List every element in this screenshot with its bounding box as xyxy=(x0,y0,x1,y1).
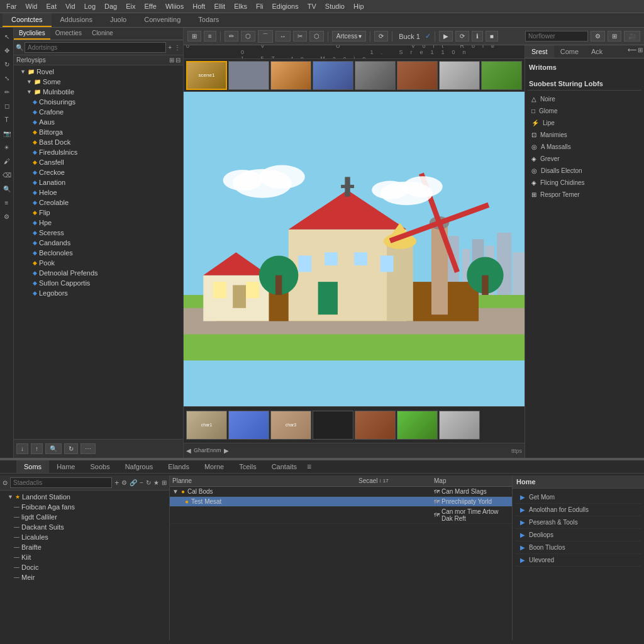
tree-item-choisurings[interactable]: ◆ Choisurings xyxy=(14,97,183,107)
tool-layers[interactable]: ≡ xyxy=(1,196,13,209)
tree-item-crafone[interactable]: ◆ Crafone xyxy=(14,107,183,117)
tree-item-creolable[interactable]: ◆ Creolable xyxy=(14,197,183,208)
toolbar-stop-btn[interactable]: ■ xyxy=(486,31,498,42)
tab-coontctes[interactable]: Coontctes xyxy=(3,13,52,27)
tree-item-firedulslnics[interactable]: ◆ Firedulslnics xyxy=(14,147,183,157)
right-item-amassalls[interactable]: ◎ A Massalls xyxy=(528,141,641,153)
right-item-noire[interactable]: △ Noire xyxy=(528,93,641,105)
bottom-tab-morne[interactable]: Morne xyxy=(197,460,231,473)
footer-btn-extra[interactable]: ⋯ xyxy=(80,443,96,454)
thumb-8[interactable] xyxy=(481,61,522,90)
home-item-peserash[interactable]: ▶ Peserash & Tools xyxy=(515,516,641,529)
tree-item-rovel[interactable]: ▼ 📁 Rovel xyxy=(14,67,183,77)
right-tab-srest[interactable]: Srest xyxy=(525,45,554,58)
bottom-tree-foibcan[interactable]: — Foibcan Aga fans xyxy=(1,502,168,512)
table-row-2[interactable]: ● Test Mesat 🗺 Pnrechiipaty Yorld xyxy=(170,497,512,507)
menu-eat[interactable]: Eat xyxy=(42,1,60,11)
tool-select[interactable]: ↖ xyxy=(1,30,13,43)
toolbar-info-btn[interactable]: ℹ xyxy=(472,31,483,42)
bottom-refresh-icon[interactable]: ↻ xyxy=(146,479,151,486)
bottom-add-icon[interactable]: + xyxy=(114,479,119,487)
toolbar-curve-btn[interactable]: ⌒ xyxy=(258,30,273,43)
menu-far[interactable]: Far xyxy=(3,1,21,11)
bottom-tree-dackant[interactable]: — Dackant Suits xyxy=(1,522,168,532)
tree-expand-icon[interactable]: ⊞ xyxy=(169,57,174,64)
left-tab-omecties[interactable]: Omecties xyxy=(50,28,87,40)
toolbar-connect-btn[interactable]: ⟳ xyxy=(374,31,388,42)
menu-dag[interactable]: Dag xyxy=(101,1,121,11)
search-input[interactable] xyxy=(25,42,166,53)
tree-item-sceress[interactable]: ◆ Sceress xyxy=(14,228,183,238)
tree-item-detnoolal[interactable]: ◆ Detnoolal Prefends xyxy=(14,268,183,278)
thumb-4[interactable] xyxy=(313,61,353,90)
bottom-tree-braifte[interactable]: — Braifte xyxy=(1,542,168,552)
bottom-minus-icon[interactable]: − xyxy=(140,479,143,486)
bottom-thumb-5[interactable] xyxy=(355,411,396,440)
tree-item-bastdock[interactable]: ◆ Bast Dock xyxy=(14,137,183,147)
menu-fli[interactable]: Fli xyxy=(252,1,267,11)
home-item-anolothan[interactable]: ▶ Anolothan for Eodulls xyxy=(515,504,641,516)
menu-studio[interactable]: Studio xyxy=(321,1,348,11)
tree-item-aaus[interactable]: ◆ Aaus xyxy=(14,117,183,127)
bottom-star-icon[interactable]: ★ xyxy=(153,479,159,486)
home-item-getmom[interactable]: ▶ Get Mom xyxy=(515,491,641,504)
footer-btn-down[interactable]: ↓ xyxy=(16,443,28,454)
tool-pen[interactable]: ✏ xyxy=(1,86,13,98)
tool-eraser[interactable]: ⌫ xyxy=(1,169,13,181)
left-tab-bycliolies[interactable]: Bycliolies xyxy=(14,28,50,40)
tree-item-creckoe[interactable]: ◆ Creckoe xyxy=(14,167,183,177)
bottom-tab-tceils[interactable]: Tceils xyxy=(231,460,264,473)
toolbar-right-btn1[interactable]: ⚙ xyxy=(591,31,605,42)
right-item-lipe[interactable]: ⚡ Lipe xyxy=(528,117,641,129)
bottom-tree-meir[interactable]: — Meir xyxy=(1,572,168,582)
bottom-panel-menu-icon[interactable]: ≡ xyxy=(307,462,311,471)
tool-move[interactable]: ✥ xyxy=(1,44,13,57)
right-tab-ack[interactable]: Ack xyxy=(585,45,609,58)
tree-item-pook[interactable]: ◆ Pook xyxy=(14,258,183,268)
tree-item-beclonoles[interactable]: ◆ Beclonoles xyxy=(14,248,183,258)
bottom-thumb-3[interactable]: char3 xyxy=(270,411,311,440)
tree-item-sutlon[interactable]: ◆ Sutlon Capportis xyxy=(14,278,183,288)
right-item-disalls[interactable]: ◎ Disalls Electon xyxy=(528,165,641,177)
tool-camera[interactable]: 📷 xyxy=(1,127,13,140)
toolbar-right-btn2[interactable]: ⊞ xyxy=(608,31,621,42)
tree-item-cansfell[interactable]: ◆ Cansfell xyxy=(14,157,183,167)
bottom-tab-soobs[interactable]: Soobs xyxy=(82,460,117,473)
thumb-6[interactable] xyxy=(397,61,438,90)
bottom-tree-licalules[interactable]: — Licalules xyxy=(1,532,168,542)
toolbar-node-btn[interactable]: ⬡ xyxy=(241,31,255,42)
thumb-3[interactable] xyxy=(270,61,311,90)
toolbar-draw-btn[interactable]: ✏ xyxy=(225,31,238,42)
menu-edigions[interactable]: Edigions xyxy=(269,1,303,11)
home-item-deoliops[interactable]: ▶ Deoliops xyxy=(515,529,641,541)
menu-hip[interactable]: Hip xyxy=(350,1,368,11)
thumb-5[interactable] xyxy=(355,61,396,90)
tree-item-some[interactable]: ▼ 📁 Some xyxy=(14,77,183,87)
tool-scale[interactable]: ⤡ xyxy=(1,72,13,84)
nav-right[interactable]: ▶ xyxy=(224,447,229,454)
panel-add-icon[interactable]: + xyxy=(167,43,172,52)
right-item-manimies[interactable]: ⊡ Manimies xyxy=(528,129,641,141)
menu-eix[interactable]: Eix xyxy=(122,1,139,11)
bottom-tree-kiit[interactable]: — Kiit xyxy=(1,552,168,562)
left-tab-clonine[interactable]: Clonine xyxy=(87,28,118,40)
bottom-settings-icon[interactable]: ⚙ xyxy=(121,479,127,486)
bottom-thumb-4[interactable] xyxy=(313,411,353,440)
thumb-7[interactable] xyxy=(439,61,480,90)
right-panel-icon2[interactable]: ⊞ xyxy=(638,47,643,57)
toolbar-list-btn[interactable]: ≡ xyxy=(204,31,216,42)
viewport[interactable] xyxy=(184,92,525,406)
toolbar-grid-btn[interactable]: ⊞ xyxy=(187,31,201,42)
table-row-1[interactable]: ▼ ● Cal Bods 🗺 Can Mard Slags xyxy=(170,487,512,497)
tree-item-legobors[interactable]: ◆ Legobors xyxy=(14,288,183,298)
home-item-ulevored[interactable]: ▶ Ulevored xyxy=(515,554,641,567)
bottom-thumb-2[interactable] xyxy=(228,411,269,440)
tree-collapse-icon[interactable]: ⊟ xyxy=(175,57,180,64)
tree-item-mulnbotile[interactable]: ▼ 📁 Mulnbotile xyxy=(14,87,183,97)
footer-btn-search[interactable]: 🔍 xyxy=(45,443,62,454)
tree-item-hpe[interactable]: ◆ Hpe xyxy=(14,218,183,228)
sort-icon[interactable]: ↕ 17 xyxy=(379,478,389,484)
menu-wid[interactable]: Wid xyxy=(22,1,42,11)
tool-text[interactable]: T xyxy=(1,113,13,126)
bottom-tab-cantaits[interactable]: Cantaits xyxy=(264,460,304,473)
